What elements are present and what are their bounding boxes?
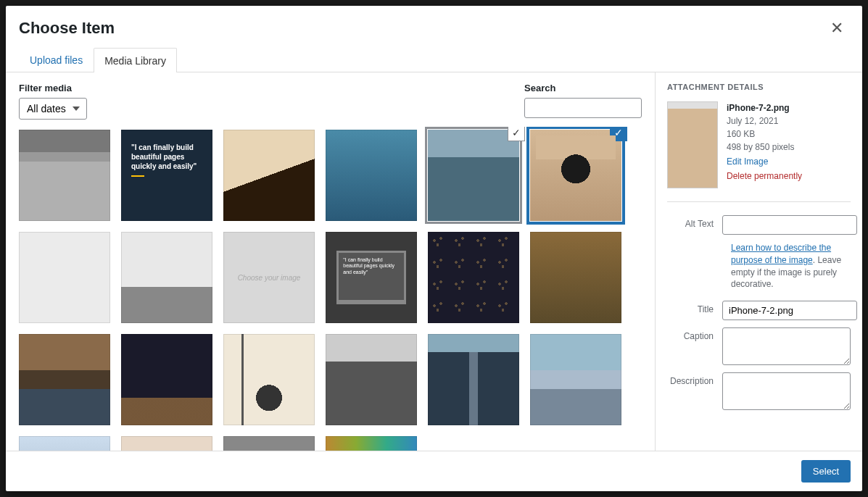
media-thumb[interactable]: "I can finally build beautiful pages qui… [326,232,417,323]
media-thumb[interactable] [530,232,621,323]
attachment-info: iPhone-7-2.png July 12, 2021 160 KB 498 … [667,101,851,202]
filter-bar: Filter media All dates Search [6,72,655,127]
caption-input[interactable] [722,327,851,365]
attachment-dimensions: 498 by 850 pixels [727,141,802,154]
tab-upload[interactable]: Upload files [19,48,94,72]
attachment-meta: iPhone-7-2.png July 12, 2021 160 KB 498 … [727,101,802,188]
modal-content: Filter media All dates Search "I can fin… [6,72,862,451]
alt-help-text: Learn how to describe the purpose of the… [731,242,851,291]
check-icon[interactable]: ✓ [610,127,627,141]
media-area: Filter media All dates Search "I can fin… [6,72,656,451]
media-thumb[interactable] [428,232,519,323]
title-label: Title [667,301,722,314]
alt-text-input[interactable] [722,215,857,235]
modal-header: Choose Item ✕ [6,6,862,41]
modal-title: Choose Item [19,19,115,38]
caption-row: Caption [667,327,851,365]
media-thumb[interactable] [223,436,315,451]
alt-text-label: Alt Text [667,215,722,229]
media-thumb[interactable] [121,232,212,323]
modal-footer: Select [6,451,862,491]
attachment-date: July 12, 2021 [727,114,802,128]
filter-media-label: Filter media [19,83,87,93]
check-icon[interactable]: ✓ [508,127,525,141]
media-thumb[interactable]: ✓ [530,130,621,221]
caption-label: Caption [667,327,722,341]
attachment-filename: iPhone-7-2.png [727,101,802,114]
description-label: Description [667,372,722,386]
sidebar-heading: ATTACHMENT DETAILS [667,83,851,91]
media-thumb[interactable] [19,232,110,323]
media-thumb[interactable]: ✓ [428,130,519,221]
media-thumb[interactable] [530,334,621,425]
attachment-thumbnail [667,101,718,188]
media-thumb[interactable] [428,334,519,425]
media-grid[interactable]: "I can finally build beautiful pages qui… [6,127,655,451]
media-thumb[interactable] [223,130,315,221]
delete-link[interactable]: Delete permanently [727,170,802,183]
media-thumb[interactable]: "I can finally build beautiful pages qui… [121,130,212,221]
attachment-size: 160 KB [727,128,802,141]
media-thumb[interactable] [121,436,212,451]
media-thumb[interactable] [19,334,110,425]
media-thumb[interactable] [19,130,110,221]
description-row: Description [667,372,851,410]
search-input[interactable] [524,98,642,118]
media-thumb[interactable] [326,334,417,425]
close-button[interactable]: ✕ [824,16,849,41]
media-thumb[interactable] [223,334,315,425]
media-modal: Choose Item ✕ Upload files Media Library… [6,6,862,491]
media-thumb[interactable] [121,334,212,425]
description-input[interactable] [722,372,851,410]
title-row: Title [667,301,851,320]
media-thumb[interactable] [326,436,417,451]
media-thumb[interactable] [19,436,110,451]
title-input[interactable] [722,301,857,320]
attachment-sidebar: ATTACHMENT DETAILS iPhone-7-2.png July 1… [656,72,862,451]
media-thumb[interactable] [326,130,417,221]
filter-media: Filter media All dates [19,83,87,120]
alt-text-row: Alt Text [667,215,851,235]
filter-search: Search [524,83,642,120]
edit-image-link[interactable]: Edit Image [727,155,768,168]
tab-library[interactable]: Media Library [94,48,177,72]
media-thumb[interactable]: Choose your image [223,232,315,323]
select-button[interactable]: Select [801,460,851,483]
close-icon: ✕ [830,19,843,37]
search-label: Search [524,83,642,93]
date-filter-select[interactable]: All dates [19,98,87,120]
tabs: Upload files Media Library [6,41,862,72]
